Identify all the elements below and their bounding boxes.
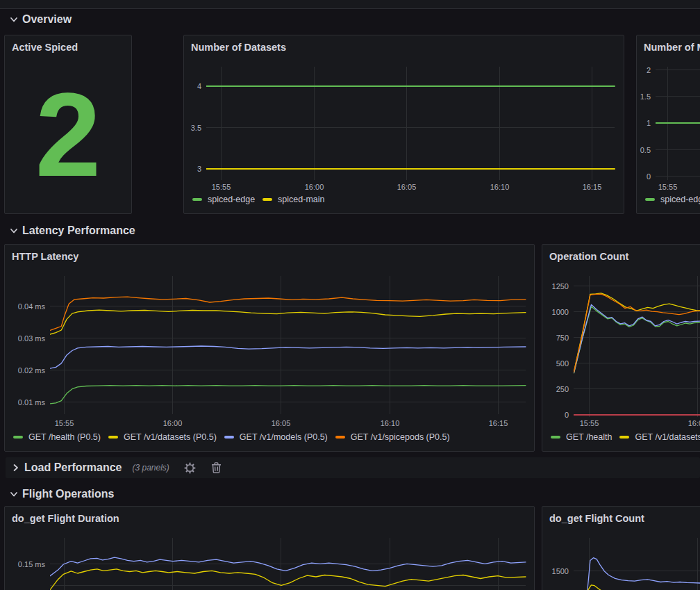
panel-title[interactable]: Active Spiced [12,42,78,53]
top-toolbar-edge [0,0,700,9]
legend-series-dash [619,436,629,439]
section-header-overview[interactable]: Overview [0,13,72,26]
panel-flight-count: do_get Flight Count150015:5516:0016:0516… [542,506,700,590]
chevron-down-icon [10,15,18,24]
legend-series-label: spiced-main [278,195,324,204]
series-line-unnamed-0 [50,557,526,576]
chart-area-http-latency[interactable]: 0.04 ms0.03 ms0.02 ms0.01 ms15:5516:0016… [5,245,534,451]
chart-legend: GET /health (P0.5)GET /v1/datasets (P0.5… [13,432,450,443]
legend-series-label: GET /v1/spicepods (P0.5) [351,432,450,442]
y-tick-label: 500 [556,359,569,368]
y-tick-label: 1250 [552,282,569,290]
panel-flight-duration: do_get Flight Duration0.15 ms15:5516:001… [4,506,535,590]
section-title: Overview [22,13,72,26]
legend-item[interactable]: spiced-edge [192,195,255,204]
legend-series-dash [551,436,560,439]
x-tick-label: 15:55 [55,419,74,427]
chart-area-num-models[interactable]: 21.510.5015:5516:0016:0516:1016:15 [637,35,700,213]
panel-http-latency: HTTP Latency0.04 ms0.03 ms0.02 ms0.01 ms… [4,244,535,452]
section-header-load[interactable]: Load Performance (3 panels) [6,457,700,478]
legend-series-dash [108,436,118,439]
gear-icon [184,462,196,474]
legend-item[interactable]: spiced-main [262,195,324,204]
y-tick-label: 250 [556,385,569,393]
section-title: Load Performance [24,461,122,474]
series-line-GET /v1/datasets [574,293,700,372]
series-line-unnamed-1 [50,569,526,590]
x-tick-label: 16:15 [489,419,508,427]
panel-num-datasets: Number of Datasets43.5315:5516:0016:0516… [183,35,624,214]
legend-series-dash [335,436,345,439]
trash-icon [211,462,222,473]
row-delete-button[interactable] [211,462,222,473]
series-line-GET /v1/models (P0.5) [50,346,526,368]
y-tick-label: 0.02 ms [18,366,46,375]
legend-item[interactable]: GET /health (P0.5) [13,432,101,442]
x-tick-label: 16:00 [688,419,700,427]
x-tick-label: 16:10 [381,419,400,427]
y-tick-label: 0.01 ms [18,398,46,407]
chevron-down-icon [10,227,18,235]
section-title: Flight Operations [22,488,114,500]
y-tick-label: 0.5 [640,146,651,154]
series-line-GET /v1/datasets (P0.5) [50,310,526,334]
legend-series-label: GET /v1/datasets [635,432,700,442]
y-tick-label: 4 [197,82,201,90]
x-tick-label: 15:55 [658,183,678,191]
y-tick-label: 3 [197,165,201,173]
legend-item[interactable]: GET /v1/models (P0.5) [224,432,328,442]
x-tick-label: 16:10 [490,183,510,191]
section-title: Latency Performance [22,224,135,237]
y-tick-label: 1000 [552,308,569,316]
legend-series-label: GET /health [566,432,612,442]
legend-series-label: spiced-edge [660,195,700,204]
x-tick-label: 16:15 [583,183,602,191]
y-tick-label: 0 [565,411,569,419]
panel-operation-count: Operation Count12501000750500250015:5516… [542,244,700,452]
chart-area-flight-count[interactable]: 150015:5516:0016:0516:1016:15 [542,507,700,590]
x-tick-label: 16:00 [305,183,324,191]
chart-area-operation-count[interactable]: 12501000750500250015:5516:0016:0516:1016… [542,245,700,451]
series-line-unnamed-1 [577,585,700,590]
section-panels-count: (3 panels) [132,463,169,473]
legend-series-dash [224,436,234,439]
x-tick-label: 15:55 [580,419,599,427]
legend-series-dash [13,436,23,439]
stat-value: 2 [5,62,131,208]
legend-item[interactable]: GET /v1/datasets [619,432,700,442]
x-tick-label: 16:05 [272,419,291,427]
legend-item[interactable]: GET /v1/spicepods (P0.5) [335,432,450,442]
y-tick-label: 3.5 [191,124,201,132]
legend-series-label: GET /v1/models (P0.5) [240,432,328,442]
y-tick-label: 750 [556,334,569,342]
legend-item[interactable]: spiced-edge [645,195,700,204]
x-tick-label: 16:00 [163,419,183,427]
series-line-GET /v1/models [574,304,700,372]
series-line-GET /health (P0.5) [50,386,526,404]
legend-series-label: GET /health (P0.5) [28,432,101,442]
x-tick-label: 15:55 [212,183,231,191]
legend-series-dash [192,198,202,201]
legend-series-dash [262,198,272,201]
y-tick-label: 1.5 [640,92,651,101]
x-tick-label: 16:05 [397,183,417,191]
chart-legend: GET /healthGET /v1/datasetsGET /v1/model… [551,432,700,443]
panel-num-models: Number of Models21.510.5015:5516:0016:05… [636,35,700,214]
chart-area-num-datasets[interactable]: 43.5315:5516:0016:0516:1016:15 [184,35,624,213]
legend-series-label: spiced-edge [208,195,255,204]
legend-item[interactable]: GET /health [551,432,612,442]
y-tick-label: 1 [647,119,651,127]
section-header-flight[interactable]: Flight Operations [0,487,114,501]
section-header-latency[interactable]: Latency Performance [0,224,135,238]
chart-legend: spiced-edgespiced-main [192,194,325,205]
y-tick-label: 0.15 ms [18,560,46,568]
legend-item[interactable]: GET /v1/datasets (P0.5) [108,432,217,442]
row-settings-button[interactable] [184,462,196,474]
y-tick-label: 1500 [552,567,569,575]
legend-series-label: GET /v1/datasets (P0.5) [124,432,217,442]
panel-active-spiced: Active Spiced2 [4,35,132,214]
chart-area-flight-duration[interactable]: 0.15 ms15:5516:0016:0516:1016:15 [5,507,534,590]
chart-legend: spiced-edge [645,194,700,205]
legend-series-dash [645,198,655,201]
y-tick-label: 0 [647,172,651,181]
